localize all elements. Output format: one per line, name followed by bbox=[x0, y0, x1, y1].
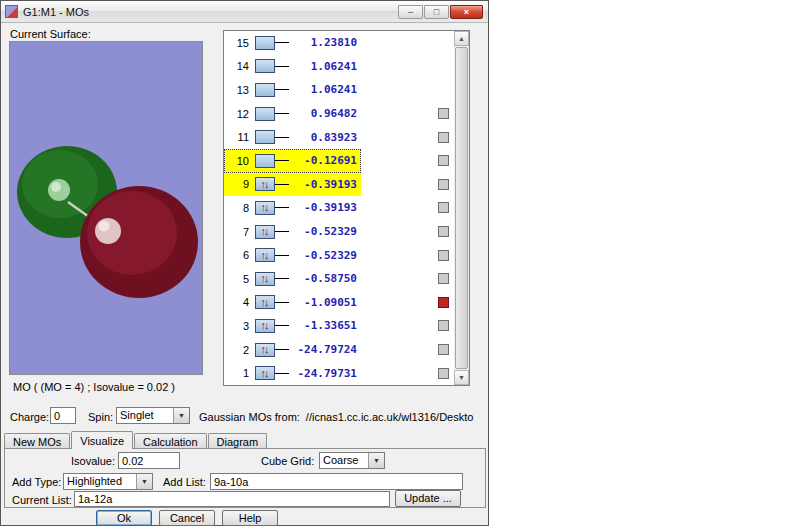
mo-row[interactable]: 120.96482 bbox=[224, 102, 454, 126]
scroll-thumb[interactable] bbox=[455, 47, 468, 369]
current-list-input[interactable] bbox=[74, 491, 390, 507]
mo-row-main[interactable]: 131.06241 bbox=[224, 78, 361, 102]
mo-visibility-checkbox[interactable] bbox=[438, 320, 449, 331]
mo-visibility-checkbox[interactable] bbox=[438, 132, 449, 143]
spin-select[interactable]: Singlet ▼ bbox=[116, 407, 190, 424]
mo-row[interactable]: 4↑↓-1.09051 bbox=[224, 291, 454, 315]
orbital-occupancy-icon[interactable]: ↑↓ bbox=[255, 295, 275, 309]
mo-row-main[interactable]: 4↑↓-1.09051 bbox=[224, 291, 361, 315]
mo-row-main[interactable]: 2↑↓-24.79724 bbox=[224, 338, 361, 362]
orbital-occupancy-icon[interactable]: ↑↓ bbox=[255, 272, 275, 286]
mo-row[interactable]: 7↑↓-0.52329 bbox=[224, 220, 454, 244]
mo-energy-value: -1.33651 bbox=[293, 319, 357, 332]
add-type-label: Add Type: bbox=[12, 476, 61, 488]
mo-row-main[interactable]: 6↑↓-0.52329 bbox=[224, 243, 361, 267]
mo-3d-viewport[interactable] bbox=[9, 41, 203, 375]
orbital-occupancy-icon[interactable] bbox=[255, 36, 275, 50]
desktop-background: G1:M1 - MOs – □ × Current Surface: bbox=[0, 0, 800, 526]
mo-row[interactable]: 5↑↓-0.58750 bbox=[224, 267, 454, 291]
mo-number-label: 8 bbox=[229, 202, 249, 214]
spin-down-arrow-icon: ↓ bbox=[264, 368, 270, 379]
mo-visibility-checkbox[interactable] bbox=[438, 108, 449, 119]
tab-bar: New MOs Visualize Calculation Diagram bbox=[4, 431, 268, 449]
mo-row-main[interactable]: 5↑↓-0.58750 bbox=[224, 267, 361, 291]
mo-source-path: //icnas1.cc.ic.ac.uk/wl1316/Deskto bbox=[306, 411, 474, 423]
mo-rows: 151.23810141.06241131.06241120.96482110.… bbox=[224, 31, 454, 385]
energy-level-line bbox=[275, 373, 289, 374]
orbital-occupancy-icon[interactable]: ↑↓ bbox=[255, 201, 275, 215]
mo-row[interactable]: 9↑↓-0.39193 bbox=[224, 173, 454, 197]
mo-visibility-checkbox[interactable] bbox=[438, 202, 449, 213]
mo-row-main[interactable]: 141.06241 bbox=[224, 55, 361, 79]
mo-row-main[interactable]: 9↑↓-0.39193 bbox=[224, 173, 361, 197]
add-type-select[interactable]: Highlighted ▼ bbox=[63, 473, 153, 490]
mo-row[interactable]: 151.23810 bbox=[224, 31, 454, 55]
cube-grid-select[interactable]: Coarse ▼ bbox=[319, 452, 385, 469]
spin-down-arrow-icon: ↓ bbox=[264, 250, 270, 261]
orbital-occupancy-icon[interactable] bbox=[255, 107, 275, 121]
mo-visibility-checkbox[interactable] bbox=[438, 179, 449, 190]
mo-row[interactable]: 3↑↓-1.33651 bbox=[224, 314, 454, 338]
orbital-occupancy-icon[interactable]: ↑↓ bbox=[255, 248, 275, 262]
orbital-occupancy-icon[interactable]: ↑↓ bbox=[255, 177, 275, 191]
mo-visibility-checkbox[interactable] bbox=[438, 226, 449, 237]
chevron-down-icon[interactable]: ▼ bbox=[136, 474, 152, 489]
tab-calculation[interactable]: Calculation bbox=[134, 433, 206, 449]
ok-button[interactable]: Ok bbox=[96, 510, 152, 526]
orbital-occupancy-icon[interactable]: ↑↓ bbox=[255, 343, 275, 357]
chevron-down-icon[interactable]: ▼ bbox=[173, 408, 189, 423]
mo-row[interactable]: 10-0.12691 bbox=[224, 149, 454, 173]
mo-row[interactable]: 141.06241 bbox=[224, 55, 454, 79]
update-button[interactable]: Update ... bbox=[395, 490, 461, 507]
close-button[interactable]: × bbox=[450, 5, 483, 19]
scroll-up-icon[interactable]: ▲ bbox=[454, 31, 469, 46]
mo-row[interactable]: 1↑↓-24.79731 bbox=[224, 361, 454, 385]
isovalue-input[interactable] bbox=[118, 452, 180, 469]
help-button[interactable]: Help bbox=[222, 510, 278, 526]
titlebar[interactable]: G1:M1 - MOs – □ × bbox=[1, 1, 488, 23]
mo-visibility-checkbox[interactable] bbox=[438, 368, 449, 379]
mo-row-main[interactable]: 7↑↓-0.52329 bbox=[224, 220, 361, 244]
chevron-down-icon[interactable]: ▼ bbox=[368, 453, 384, 468]
cancel-button[interactable]: Cancel bbox=[159, 510, 215, 526]
tab-new-mos[interactable]: New MOs bbox=[4, 433, 70, 449]
orbital-occupancy-icon[interactable]: ↑↓ bbox=[255, 366, 275, 380]
mo-row-main[interactable]: 110.83923 bbox=[224, 125, 361, 149]
mo-visibility-checkbox[interactable] bbox=[438, 155, 449, 166]
tab-diagram[interactable]: Diagram bbox=[208, 433, 268, 449]
spin-down-arrow-icon: ↓ bbox=[264, 202, 270, 213]
mo-visibility-checkbox[interactable] bbox=[438, 344, 449, 355]
mo-list-scrollbar[interactable]: ▲ ▼ bbox=[454, 31, 469, 385]
mo-number-label: 3 bbox=[229, 320, 249, 332]
mo-energy-value: 0.96482 bbox=[293, 107, 357, 120]
scroll-down-icon[interactable]: ▼ bbox=[454, 370, 469, 385]
orbital-occupancy-icon[interactable] bbox=[255, 83, 275, 97]
tab-visualize[interactable]: Visualize bbox=[71, 431, 133, 449]
minimize-button[interactable]: – bbox=[398, 5, 423, 19]
mo-row[interactable]: 131.06241 bbox=[224, 78, 454, 102]
mo-row-main[interactable]: 120.96482 bbox=[224, 102, 361, 126]
energy-level-line bbox=[275, 349, 289, 350]
maximize-button[interactable]: □ bbox=[424, 5, 449, 19]
orbital-occupancy-icon[interactable] bbox=[255, 59, 275, 73]
mo-row-main[interactable]: 10-0.12691 bbox=[224, 149, 361, 173]
mo-visibility-checkbox[interactable] bbox=[438, 250, 449, 261]
mo-visibility-checkbox[interactable] bbox=[438, 297, 449, 308]
mo-row[interactable]: 2↑↓-24.79724 bbox=[224, 338, 454, 362]
mo-visibility-checkbox[interactable] bbox=[438, 273, 449, 284]
mo-row[interactable]: 6↑↓-0.52329 bbox=[224, 243, 454, 267]
energy-level-line bbox=[275, 325, 289, 326]
mo-row-main[interactable]: 8↑↓-0.39193 bbox=[224, 196, 361, 220]
mo-row-main[interactable]: 1↑↓-24.79731 bbox=[224, 361, 361, 385]
mo-row-main[interactable]: 3↑↓-1.33651 bbox=[224, 314, 361, 338]
window-title: G1:M1 - MOs bbox=[23, 6, 89, 18]
orbital-occupancy-icon[interactable]: ↑↓ bbox=[255, 225, 275, 239]
orbital-occupancy-icon[interactable]: ↑↓ bbox=[255, 319, 275, 333]
charge-input[interactable] bbox=[50, 407, 76, 424]
mo-row[interactable]: 110.83923 bbox=[224, 125, 454, 149]
mo-row[interactable]: 8↑↓-0.39193 bbox=[224, 196, 454, 220]
orbital-occupancy-icon[interactable] bbox=[255, 154, 275, 168]
mo-row-main[interactable]: 151.23810 bbox=[224, 31, 361, 55]
orbital-occupancy-icon[interactable] bbox=[255, 130, 275, 144]
add-list-input[interactable] bbox=[210, 473, 463, 490]
